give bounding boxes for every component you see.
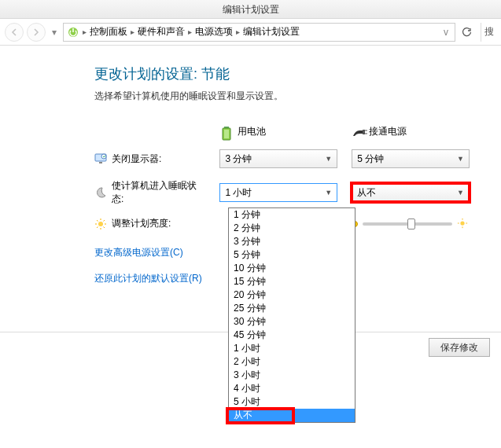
dropdown-option[interactable]: 2 分钟 bbox=[229, 222, 355, 235]
dropdown-option[interactable]: 1 分钟 bbox=[229, 208, 355, 222]
dropdown-option[interactable]: 45 分钟 bbox=[229, 329, 355, 342]
svg-rect-8 bbox=[99, 162, 102, 163]
page-subtitle: 选择希望计算机使用的睡眠设置和显示设置。 bbox=[94, 90, 470, 103]
row-display-off: 关闭显示器: 3 分钟 ▼ 5 分钟 ▼ bbox=[94, 149, 470, 168]
sleep-battery-select[interactable]: 1 小时 ▼ bbox=[219, 183, 337, 202]
display-off-plugged-value: 5 分钟 bbox=[357, 152, 384, 166]
slider-thumb[interactable] bbox=[407, 218, 415, 230]
svg-line-17 bbox=[97, 226, 98, 228]
row-sleep: 使计算机进入睡眠状态: 1 小时 ▼ 从不 ▼ bbox=[94, 179, 470, 206]
battery-icon bbox=[220, 126, 233, 138]
dropdown-option[interactable]: 20 分钟 bbox=[229, 288, 355, 302]
display-off-battery-select[interactable]: 3 分钟 ▼ bbox=[219, 149, 337, 168]
svg-rect-3 bbox=[224, 130, 229, 138]
svg-point-9 bbox=[101, 154, 106, 159]
column-headers: 用电池 接通电源 bbox=[94, 125, 470, 138]
chevron-right-icon: ▸ bbox=[236, 28, 240, 36]
sleep-plugged-value: 从不 bbox=[357, 186, 376, 200]
svg-point-19 bbox=[460, 221, 464, 225]
dropdown-option[interactable]: 30 分钟 bbox=[229, 315, 355, 329]
slider-track[interactable] bbox=[363, 222, 452, 226]
chevron-right-icon: ▸ bbox=[131, 28, 134, 36]
sun-icon bbox=[94, 218, 107, 230]
chevron-down-icon: ▼ bbox=[457, 155, 464, 163]
breadcrumb-item[interactable]: 硬件和声音 bbox=[138, 25, 185, 39]
chevron-right-icon: ▸ bbox=[188, 28, 192, 36]
dropdown-option[interactable]: 15 分钟 bbox=[229, 275, 355, 288]
footer-buttons: 保存修改 bbox=[429, 338, 490, 357]
display-off-plugged-select[interactable]: 5 分钟 ▼ bbox=[352, 149, 470, 168]
breadcrumb: ▸ 控制面板 ▸ 硬件和声音 ▸ 电源选项 ▸ 编辑计划设置 v bbox=[63, 23, 455, 42]
page-title: 更改计划的设置: 节能 bbox=[94, 64, 470, 83]
chevron-down-icon: ▼ bbox=[325, 189, 332, 196]
power-icon bbox=[67, 26, 79, 39]
svg-line-18 bbox=[104, 220, 105, 222]
dropdown-option[interactable]: 5 分钟 bbox=[229, 248, 355, 262]
breadcrumb-item[interactable]: 电源选项 bbox=[195, 25, 233, 39]
sleep-label: 使计算机进入睡眠状态: bbox=[112, 179, 205, 206]
dropdown-option[interactable]: 从不 bbox=[229, 409, 355, 422]
sun-large-icon bbox=[457, 218, 470, 230]
dropdown-option[interactable]: 2 小时 bbox=[229, 355, 355, 369]
dropdown-option[interactable]: 3 小时 bbox=[229, 369, 355, 382]
history-chevron-icon[interactable]: ▾ bbox=[49, 27, 60, 38]
svg-line-15 bbox=[97, 220, 98, 222]
chevron-right-icon: ▸ bbox=[83, 28, 87, 36]
sleep-plugged-select[interactable]: 从不 ▼ bbox=[352, 183, 470, 202]
sleep-battery-value: 1 小时 bbox=[225, 186, 252, 200]
refresh-button[interactable] bbox=[459, 24, 474, 40]
search-toggle[interactable]: 搜 bbox=[481, 23, 496, 42]
breadcrumb-dropdown-icon[interactable]: v bbox=[440, 27, 451, 38]
display-off-battery-value: 3 分钟 bbox=[225, 152, 252, 166]
moon-icon bbox=[94, 186, 107, 199]
monitor-icon bbox=[94, 152, 107, 165]
svg-line-16 bbox=[104, 226, 105, 228]
dropdown-option[interactable]: 4 小时 bbox=[229, 382, 355, 395]
display-off-label: 关闭显示器: bbox=[112, 152, 161, 166]
chevron-down-icon: ▼ bbox=[325, 155, 332, 163]
sleep-battery-dropdown[interactable]: 1 分钟2 分钟3 分钟5 分钟10 分钟15 分钟20 分钟25 分钟30 分… bbox=[228, 207, 355, 423]
brightness-label: 调整计划亮度: bbox=[112, 217, 171, 230]
brightness-plugged-slider[interactable] bbox=[352, 218, 470, 230]
dropdown-option[interactable]: 5 小时 bbox=[229, 395, 355, 409]
svg-point-10 bbox=[98, 222, 103, 226]
plug-icon bbox=[352, 126, 364, 138]
breadcrumb-item[interactable]: 控制面板 bbox=[90, 25, 127, 39]
dropdown-option[interactable]: 10 分钟 bbox=[229, 262, 355, 275]
plugged-header-label: 接通电源 bbox=[369, 125, 407, 138]
save-button[interactable]: 保存修改 bbox=[429, 338, 490, 357]
dropdown-option[interactable]: 3 分钟 bbox=[229, 235, 355, 248]
dropdown-option[interactable]: 1 小时 bbox=[229, 342, 355, 355]
window-title: 编辑计划设置 bbox=[0, 0, 501, 19]
dropdown-option[interactable]: 25 分钟 bbox=[229, 302, 355, 315]
breadcrumb-item[interactable]: 编辑计划设置 bbox=[243, 25, 300, 39]
battery-header-label: 用电池 bbox=[238, 125, 266, 138]
nav-bar: ▾ ▸ 控制面板 ▸ 硬件和声音 ▸ 电源选项 ▸ 编辑计划设置 v 搜 bbox=[0, 19, 501, 46]
svg-rect-4 bbox=[363, 130, 365, 134]
back-button[interactable] bbox=[5, 23, 24, 42]
forward-button[interactable] bbox=[27, 23, 46, 42]
chevron-down-icon: ▼ bbox=[457, 189, 464, 196]
